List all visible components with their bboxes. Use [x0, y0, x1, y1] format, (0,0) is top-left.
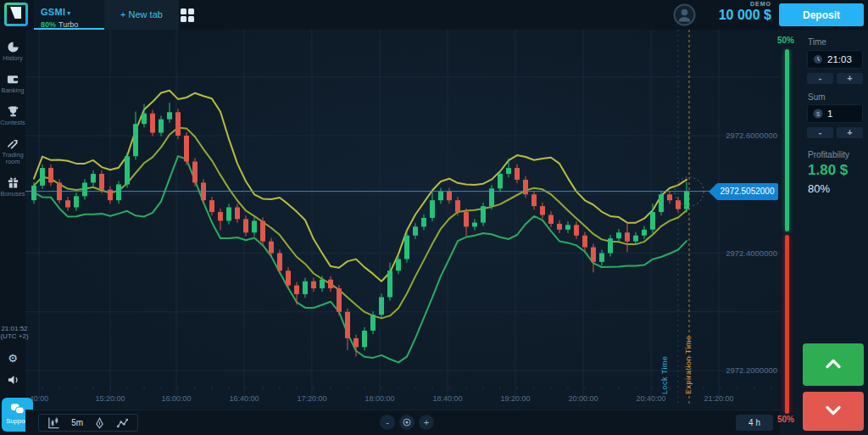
asset-tab[interactable]: GSMI▾ 80%Turbo: [34, 0, 104, 30]
deposit-button[interactable]: Deposit: [779, 3, 864, 26]
profit-amount: 1.80 $: [808, 162, 848, 179]
sentiment-bar-down: [785, 235, 789, 414]
new-tab-button[interactable]: + New tab: [104, 0, 179, 30]
layout-grid-icon[interactable]: [181, 8, 194, 22]
platform-clock: 21:01:52(UTC +2): [0, 325, 29, 340]
time-axis-label: 19:20:00: [500, 394, 530, 403]
sentiment-up-percent: 50%: [777, 36, 803, 45]
sidebar-item-trading-room[interactable]: Trading room: [0, 137, 25, 165]
sidebar-item-banking[interactable]: Banking: [0, 73, 25, 94]
trend-arrows-icon: [6, 137, 19, 150]
time-label: Time: [808, 37, 826, 47]
trade-panel: Time 21:03 - + Sum $ 1 - + Profitability…: [801, 30, 868, 435]
gift-icon: [7, 176, 19, 189]
lock-time-label: Lock Time: [660, 355, 669, 394]
sidebar-item-bonuses[interactable]: Bonuses: [0, 176, 25, 198]
settings-gear-icon[interactable]: ⚙: [0, 352, 25, 365]
time-plus-button[interactable]: +: [837, 73, 863, 84]
history-icon: [7, 41, 19, 53]
sidebar-item-history[interactable]: History: [0, 41, 25, 62]
price-axis-label: 2972.6000000: [726, 131, 777, 140]
app-logo[interactable]: [4, 3, 28, 26]
time-axis-label: 20:00:00: [568, 394, 598, 403]
time-axis-label: 16:00:00: [161, 394, 191, 403]
indicator-zigzag-icon: [116, 417, 129, 429]
chart-area[interactable]: 40:0015:20:0016:00:0016:40:0017:20:0018:…: [25, 30, 780, 410]
put-down-button[interactable]: [803, 392, 864, 431]
candlestick-chart: [25, 30, 780, 410]
avatar[interactable]: [673, 3, 696, 26]
profitability-label: Profitability: [808, 150, 849, 159]
chevron-down-icon: ▾: [67, 9, 70, 17]
price-axis-label: 2972.4000000: [726, 248, 777, 258]
sentiment-bar-up: [785, 49, 789, 231]
time-axis-label: 16:40:00: [229, 394, 259, 403]
chart-type-button[interactable]: [47, 416, 60, 429]
sidebar-item-contests[interactable]: Contests: [0, 105, 25, 126]
asset-mode: Turbo: [58, 20, 78, 29]
chart-tools-group: 5m: [38, 414, 138, 432]
sum-input[interactable]: $ 1: [807, 104, 863, 123]
time-axis-label: 15:20:00: [95, 394, 125, 403]
time-axis-label: 18:00:00: [364, 394, 394, 403]
timeframe-button[interactable]: 5m: [71, 418, 83, 427]
sum-minus-button[interactable]: -: [807, 127, 833, 138]
trading-platform: 40:0015:20:0016:00:0016:40:0017:20:0018:…: [0, 0, 868, 435]
price-axis-label: 2972.2000000: [726, 365, 777, 375]
indicators-button[interactable]: [116, 417, 129, 429]
chevron-down-icon: [822, 404, 844, 416]
current-price-tag: 2972.5052000: [716, 183, 778, 200]
candlestick-chart-icon: [47, 416, 60, 429]
profit-percent: 80%: [808, 182, 830, 195]
time-minus-button[interactable]: -: [807, 73, 833, 84]
account-balance[interactable]: 10 000 $: [695, 8, 771, 23]
sentiment-down-percent: 50%: [777, 415, 803, 424]
time-axis-label: 21:20:00: [704, 394, 733, 403]
expiration-time-label: Expiration Time: [684, 335, 693, 394]
sidebar: History Banking Contests Trading room: [0, 30, 25, 435]
clock-icon: [813, 54, 823, 64]
target-icon: [403, 418, 411, 427]
top-bar: GSMI▾ 80%Turbo + New tab DEMO 10 000 $ D…: [0, 0, 868, 30]
trophy-icon: [7, 105, 19, 118]
asset-name: GSMI: [41, 7, 65, 17]
pen-icon: [94, 417, 105, 429]
sum-plus-button[interactable]: +: [837, 127, 863, 138]
chevron-up-icon: [822, 358, 844, 370]
asset-payout: 80%: [41, 20, 56, 29]
coin-icon: $: [813, 109, 823, 119]
range-button[interactable]: 4 h: [736, 415, 773, 431]
chart-toolbar: 5m - + 4 h: [25, 410, 780, 435]
sum-label: Sum: [808, 92, 826, 102]
zoom-out-button[interactable]: -: [380, 415, 395, 430]
drawing-tool-button[interactable]: [94, 417, 105, 429]
user-icon: [673, 3, 696, 26]
sound-icon[interactable]: [0, 375, 25, 388]
time-axis-label: 20:40:00: [636, 394, 665, 403]
reset-view-button[interactable]: [399, 415, 415, 430]
zoom-in-button[interactable]: +: [419, 415, 434, 430]
time-input[interactable]: 21:03: [807, 50, 863, 69]
chat-icon: [10, 403, 25, 415]
call-up-button[interactable]: [803, 343, 864, 386]
wallet-icon: [6, 73, 19, 86]
time-axis-label: 18:40:00: [432, 394, 462, 403]
demo-badge: DEMO: [695, 1, 771, 7]
time-axis-label: 17:20:00: [297, 394, 326, 403]
